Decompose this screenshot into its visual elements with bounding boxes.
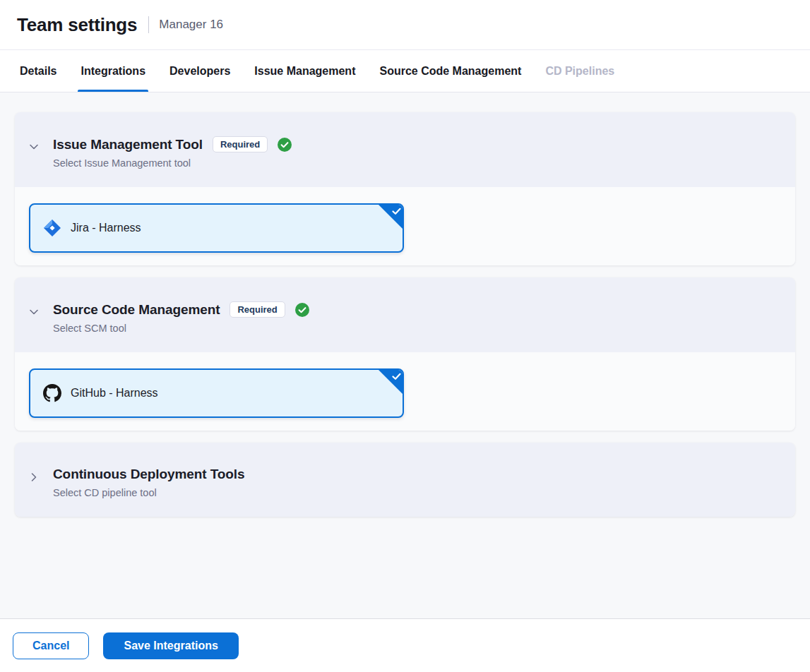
tab-integrations[interactable]: Integrations <box>81 50 145 92</box>
tool-card-github-harness[interactable]: GitHub - Harness <box>29 368 404 418</box>
github-icon <box>43 384 61 402</box>
cancel-button[interactable]: Cancel <box>13 632 89 659</box>
section-subtitle: Select SCM tool <box>53 323 309 334</box>
check-circle-icon <box>278 138 292 152</box>
page-header: Team settings Manager 16 <box>0 0 810 50</box>
chevron-down-icon[interactable] <box>28 141 40 152</box>
tab-issue-management[interactable]: Issue Management <box>254 50 355 92</box>
required-badge: Required <box>213 136 268 152</box>
tab-cd-pipelines: CD Pipelines <box>545 50 614 92</box>
section-cd-header[interactable]: Continuous Deployment Tools Select CD pi… <box>15 443 795 517</box>
tool-card-jira-harness[interactable]: Jira - Harness <box>29 203 404 253</box>
section-issue-management-header[interactable]: Issue Management Tool Required Select Is… <box>15 112 795 187</box>
tab-source-code-management[interactable]: Source Code Management <box>379 50 521 92</box>
title-divider <box>148 16 149 33</box>
team-name-label: Manager 16 <box>159 18 223 32</box>
section-source-code-management: Source Code Management Required Select S… <box>15 277 795 431</box>
section-title: Continuous Deployment Tools <box>53 467 244 482</box>
team-settings-page: Team settings Manager 16 Details Integra… <box>0 0 810 672</box>
section-scm-header[interactable]: Source Code Management Required Select S… <box>15 277 795 352</box>
selected-check-badge <box>379 205 403 229</box>
section-scm-body: GitHub - Harness <box>15 352 795 431</box>
section-issue-management-tool: Issue Management Tool Required Select Is… <box>15 112 795 265</box>
tab-developers[interactable]: Developers <box>169 50 230 92</box>
section-subtitle: Select Issue Management tool <box>53 157 292 169</box>
required-badge: Required <box>230 301 285 318</box>
footer-action-bar: Cancel Save Integrations <box>0 618 810 672</box>
jira-icon <box>43 219 61 237</box>
tab-bar: Details Integrations Developers Issue Ma… <box>0 50 810 92</box>
check-circle-icon <box>295 303 309 317</box>
tool-card-label: Jira - Harness <box>71 222 141 234</box>
section-title: Issue Management Tool <box>53 137 203 152</box>
section-subtitle: Select CD pipeline tool <box>53 487 244 498</box>
chevron-down-icon[interactable] <box>28 306 40 318</box>
selected-check-badge <box>379 370 403 394</box>
section-title: Source Code Management <box>53 302 220 318</box>
chevron-right-icon[interactable] <box>28 472 40 483</box>
integrations-content: Issue Management Tool Required Select Is… <box>0 92 810 618</box>
tool-card-label: GitHub - Harness <box>71 387 158 400</box>
save-integrations-button[interactable]: Save Integrations <box>103 632 238 659</box>
page-title: Team settings <box>17 14 137 36</box>
section-continuous-deployment-tools: Continuous Deployment Tools Select CD pi… <box>15 443 795 517</box>
section-issue-management-body: Jira - Harness <box>15 187 795 265</box>
tab-details[interactable]: Details <box>20 50 56 92</box>
